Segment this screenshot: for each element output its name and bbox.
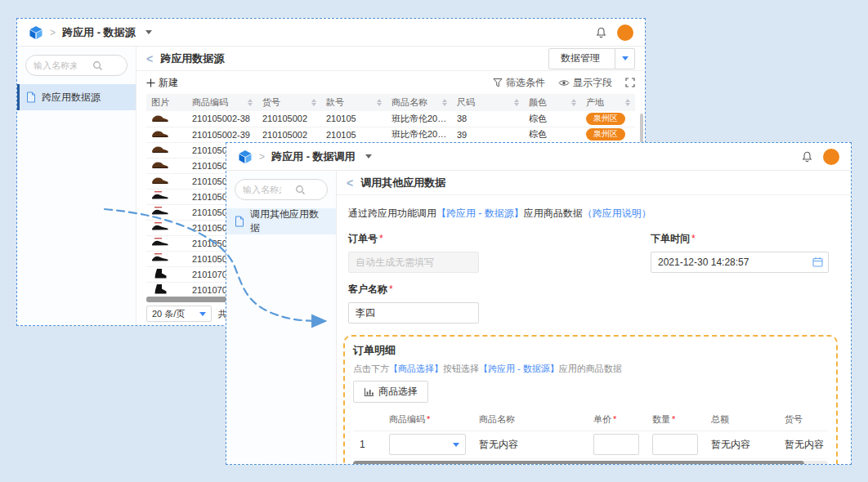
order-detail-hint: 点击下方【商品选择】按钮选择【跨应用 - 数据源】应用的商品数据	[353, 363, 828, 375]
chevron-down-icon	[199, 312, 206, 316]
product-image	[146, 173, 187, 189]
color: 棕色	[524, 111, 581, 127]
product-photo-shoe	[151, 144, 169, 154]
source-search-input[interactable]: 输入名称来搜索	[25, 55, 128, 76]
sort-icon[interactable]	[442, 99, 447, 106]
chevron-down-icon[interactable]	[145, 30, 152, 34]
customer-label: 客户名称*	[348, 283, 838, 297]
chevron-down-icon[interactable]	[365, 154, 372, 158]
unit-price-field[interactable]	[593, 434, 639, 455]
link-cross-app-help[interactable]: （跨应用说明）	[583, 208, 651, 219]
product-image	[146, 220, 187, 235]
source-sidebar: 输入名称来搜索 跨应用数据源	[17, 47, 136, 325]
product-code: 210105002-38	[187, 111, 257, 127]
product-code: 210105002-39	[187, 127, 257, 142]
column-header[interactable]: 颜色	[524, 94, 581, 111]
customer-field[interactable]	[348, 302, 479, 324]
app-cube-logo	[29, 25, 43, 40]
user-avatar[interactable]	[617, 25, 633, 41]
column-header[interactable]: 款号	[321, 94, 387, 111]
product-select-button[interactable]: 商品选择	[353, 381, 428, 403]
search-icon	[281, 185, 320, 195]
product-image	[146, 282, 187, 296]
document-icon	[235, 216, 244, 227]
back-chevron-icon[interactable]: <	[146, 52, 153, 65]
bell-icon[interactable]	[801, 150, 813, 163]
call-app-title[interactable]: 跨应用 - 数据调用	[271, 150, 356, 164]
order-time-label: 下单时间*	[651, 232, 838, 246]
product-name-cell: 暂无内容	[472, 431, 587, 458]
item-no: 210105002	[257, 127, 321, 142]
product-photo-boot	[151, 268, 169, 279]
origin-badge: 泉州区	[586, 128, 625, 141]
sort-icon[interactable]	[514, 99, 519, 106]
product-photo-sneaker	[151, 252, 169, 263]
document-icon	[26, 91, 36, 103]
product-image	[146, 158, 187, 173]
form-description: 通过跨应用功能调用【跨应用 - 数据源】应用商品数据（跨应用说明）	[348, 207, 838, 221]
call-search-input[interactable]: 输入名称来搜索	[235, 179, 328, 200]
back-chevron-icon[interactable]: <	[347, 176, 353, 190]
product-photo-shoe	[151, 159, 169, 170]
source-table-header[interactable]: 图片商品编码货号款号商品名称尺码颜色产地	[146, 94, 635, 111]
sidebar-item-call-data[interactable]: 调用其他应用数据	[226, 208, 336, 234]
bell-icon[interactable]	[595, 26, 607, 39]
fullscreen-icon	[625, 78, 635, 87]
product-image	[146, 251, 187, 266]
source-titlebar: > 跨应用 - 数据源	[17, 19, 645, 47]
fullscreen-button[interactable]	[625, 78, 635, 87]
item-no: 210105002	[257, 111, 321, 127]
data-manage-button[interactable]: 数据管理	[548, 48, 635, 69]
product-image	[146, 189, 187, 204]
sidebar-item-data-source[interactable]: 跨应用数据源	[17, 84, 136, 110]
order-no-field[interactable]	[348, 252, 479, 273]
column-header[interactable]: 商品名称	[387, 94, 452, 111]
sort-icon[interactable]	[571, 99, 576, 106]
link-data-source-app[interactable]: 【跨应用 - 数据源】	[479, 364, 559, 373]
color: 棕色	[524, 127, 581, 142]
window-data-call: > 跨应用 - 数据调用 输入名称来搜索	[226, 142, 852, 465]
column-header[interactable]: 商品编码	[187, 94, 257, 111]
link-data-source-app[interactable]: 【跨应用 - 数据源】	[436, 208, 524, 219]
filter-button[interactable]: 筛选条件	[493, 76, 545, 90]
page-size-select[interactable]: 20 条/页	[146, 306, 212, 322]
breadcrumb-separator: >	[259, 151, 265, 163]
product-name: 班比帝伦2020夏季真皮..	[387, 111, 452, 127]
order-time-field[interactable]	[651, 252, 829, 273]
product-photo-shoe	[151, 175, 169, 185]
column-header[interactable]: 货号	[257, 94, 321, 111]
sort-icon[interactable]	[248, 99, 253, 106]
detail-table-row: 1 暂无内容 暂无内容 暂无内容 暂无内容	[353, 431, 828, 458]
user-avatar[interactable]	[823, 149, 839, 165]
new-button[interactable]: 新建	[146, 76, 178, 90]
size: 38	[452, 111, 524, 127]
calendar-icon[interactable]	[812, 257, 823, 267]
order-detail-table: 商品编码* 商品名称 单价* 数量* 总额 货号 商品图片	[353, 409, 828, 459]
table-row[interactable]: 210105002-38210105002210105班比帝伦2020夏季真皮.…	[146, 111, 635, 127]
sort-icon[interactable]	[311, 99, 316, 106]
style-no: 210105	[321, 127, 387, 142]
sort-icon[interactable]	[625, 99, 630, 106]
detail-horizontal-scrollbar[interactable]	[353, 461, 828, 465]
call-pagehead: < 调用其他应用数据	[337, 171, 851, 195]
column-header[interactable]: 产地	[581, 94, 635, 111]
order-no-label: 订单号*	[348, 232, 651, 246]
eye-icon	[558, 78, 570, 87]
column-header[interactable]: 尺码	[452, 94, 524, 111]
link-product-select[interactable]: 【商品选择】	[389, 364, 443, 373]
tutorial-canvas: > 跨应用 - 数据源 输入名称来搜索	[0, 0, 868, 482]
order-detail-title: 订单明细	[353, 343, 828, 358]
size: 39	[452, 127, 524, 142]
product-code-select[interactable]	[389, 434, 466, 455]
product-photo-sneaker	[151, 206, 169, 216]
data-manage-dropdown[interactable]	[615, 48, 635, 69]
source-app-title[interactable]: 跨应用 - 数据源	[62, 25, 136, 40]
product-photo-shoe	[151, 113, 169, 123]
origin: 泉州区	[581, 111, 635, 127]
sort-icon[interactable]	[377, 99, 382, 106]
row-index: 1	[353, 431, 383, 458]
product-image	[146, 111, 187, 127]
show-fields-button[interactable]: 显示字段	[558, 76, 612, 90]
quantity-field[interactable]	[652, 434, 698, 455]
table-row[interactable]: 210105002-39210105002210105班比帝伦2020夏季真皮.…	[146, 127, 635, 142]
